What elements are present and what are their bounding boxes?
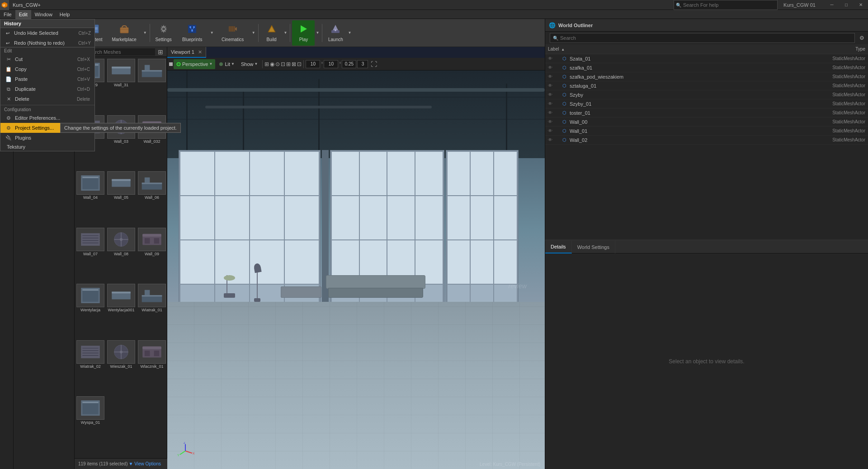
asset-item-15[interactable]: Wiatrak_02 <box>75 339 105 395</box>
lit-button[interactable]: Lit ▼ <box>216 59 237 69</box>
asset-item-5[interactable]: Wall_032 <box>137 114 167 170</box>
vp-ctrl-4[interactable]: ⊡ <box>281 61 285 67</box>
outliner-row-0[interactable]: 👁 ⬡ Szata_01 StaticMeshActor <box>545 54 868 63</box>
vp-grid-val3[interactable]: 0.25 <box>342 60 356 68</box>
cinematics-button[interactable]: Cinematics <box>215 20 251 46</box>
play-button[interactable]: Play <box>292 20 315 46</box>
perspective-button[interactable]: Perspective ▼ <box>174 59 215 69</box>
vp-grid-val1[interactable]: 10 <box>306 60 320 68</box>
duplicate-item[interactable]: ⧉ Duplicate Ctrl+D <box>0 84 94 94</box>
mesh-icon-3: ⬡ <box>562 83 570 88</box>
svg-point-19 <box>162 28 165 30</box>
actor-name-3: sztaluga_01 <box>570 83 811 89</box>
build-button[interactable]: Build <box>260 20 283 46</box>
lit-arrow[interactable]: ▼ <box>231 62 235 66</box>
asset-item-13[interactable]: Wentylacja001 <box>106 283 136 338</box>
asset-item-1[interactable]: Wall_31 <box>106 58 136 113</box>
outliner-row-3[interactable]: 👁 ⬡ sztaluga_01 StaticMeshActor <box>545 81 868 90</box>
outliner-row-5[interactable]: 👁 ⬡ Szyby_01 StaticMeshActor <box>545 99 868 108</box>
menu-help[interactable]: Help <box>56 10 74 19</box>
view-options-button[interactable]: ▼ View Options <box>129 461 164 466</box>
cinematics-arrow[interactable]: ▼ <box>251 31 256 35</box>
outliner-row-9[interactable]: 👁 ⬡ Wall_02 StaticMeshActor <box>545 136 868 145</box>
asset-item-18[interactable]: Wyspa_01 <box>75 395 105 451</box>
outliner-search-input[interactable] <box>560 35 852 41</box>
paste-item[interactable]: 📄 Paste Ctrl+V <box>0 74 94 84</box>
search-help-container[interactable]: 🔍 <box>674 0 778 10</box>
vp-ctrl-2[interactable]: ◉ <box>270 61 274 67</box>
outliner-row-1[interactable]: 👁 ⬡ szafka_01 StaticMeshActor <box>545 63 868 72</box>
vp-ctrl-6[interactable]: ⊠ <box>292 61 296 67</box>
cut-item[interactable]: ✂ Cut Ctrl+X <box>0 54 94 64</box>
asset-item-6[interactable]: Wall_04 <box>75 170 105 226</box>
search-help-input[interactable] <box>683 2 764 8</box>
outliner-row-8[interactable]: 👁 ⬡ Wall_01 StaticMeshActor <box>545 127 868 136</box>
vp-drag-handle[interactable] <box>169 62 173 66</box>
outliner-row-2[interactable]: 👁 ⬡ szafka_pod_wieszakiem StaticMeshActo… <box>545 72 868 81</box>
viewport-close-icon[interactable]: ✕ <box>198 49 202 55</box>
content-filter-button[interactable]: ⊞ <box>156 48 165 56</box>
outliner-row-7[interactable]: 👁 ⬡ Wall_00 StaticMeshActor <box>545 117 868 127</box>
maximize-button[interactable]: □ <box>839 0 854 10</box>
settings-button[interactable]: Settings <box>152 20 175 46</box>
editor-prefs-item[interactable]: ⚙ Editor Preferences... <box>0 113 94 123</box>
minimize-button[interactable]: ─ <box>825 0 839 10</box>
launch-button[interactable]: Launch <box>324 20 347 46</box>
world-settings-tab[interactable]: World Settings <box>572 241 615 253</box>
menu-window[interactable]: Window <box>31 10 56 19</box>
copy-item[interactable]: 📋 Copy Ctrl+C <box>0 64 94 74</box>
asset-name-16: Wieszak_01 <box>107 364 135 369</box>
svg-text:Y: Y <box>177 454 179 457</box>
vp-ctrl-3[interactable]: ⊙ <box>275 61 280 67</box>
copy-icon: 📋 <box>5 66 12 73</box>
asset-item-12[interactable]: Wentylacja <box>75 283 105 338</box>
marketplace-button[interactable]: Marketplace <box>106 20 142 46</box>
asset-item-16[interactable]: Wieszak_01 <box>106 339 136 395</box>
close-button[interactable]: ✕ <box>854 0 868 10</box>
build-arrow[interactable]: ▼ <box>283 31 288 35</box>
vp-ctrl-5[interactable]: ⊞ <box>286 61 291 67</box>
show-arrow[interactable]: ▼ <box>254 62 258 66</box>
viewport-tab[interactable]: Viewport 1 ✕ <box>167 47 206 58</box>
asset-item-8[interactable]: Wall_06 <box>137 170 167 226</box>
asset-item-4[interactable]: Wall_03 <box>106 114 136 170</box>
outliner-row-4[interactable]: 👁 ⬡ Szyby StaticMeshActor <box>545 90 868 99</box>
tekstury-item[interactable]: Tekstury <box>0 143 94 151</box>
vp-grid-val4[interactable]: 3 <box>357 60 368 68</box>
outliner-row-6[interactable]: 👁 ⬡ toster_01 StaticMeshActor <box>545 108 868 117</box>
asset-item-9[interactable]: Wall_07 <box>75 227 105 282</box>
marketplace-icon <box>119 24 129 36</box>
asset-item-17[interactable]: Wlacznik_01 <box>137 339 167 395</box>
marketplace-arrow[interactable]: ▼ <box>142 31 148 35</box>
asset-item-2[interactable] <box>137 58 167 113</box>
asset-item-10[interactable]: Wall_08 <box>106 227 136 282</box>
asset-thumb-14 <box>138 284 166 307</box>
vp-ctrl-7[interactable]: ⊡ <box>297 61 302 67</box>
launch-arrow[interactable]: ▼ <box>347 31 352 35</box>
details-tab-label: Details <box>551 244 566 249</box>
blueprints-arrow[interactable]: ▼ <box>209 31 215 35</box>
perspective-arrow[interactable]: ▼ <box>209 62 212 66</box>
vp-ctrl-1[interactable]: ⊞ <box>264 61 269 67</box>
col-label-sort[interactable]: ▲ <box>561 47 565 52</box>
viewport-scene: review X Y Z Level: Kurs_CGW (Persistent… <box>167 70 545 469</box>
vp-expand-button[interactable]: ⛶ <box>371 61 377 68</box>
plugins-item[interactable]: 🔌 Plugins <box>0 133 94 143</box>
play-arrow[interactable]: ▼ <box>315 19 320 47</box>
outliner-search-bar[interactable]: 🔍 <box>550 33 855 43</box>
menu-file[interactable]: File <box>0 10 15 19</box>
outliner-options-button[interactable]: ⚙ <box>858 34 866 42</box>
col-type-text: Type <box>855 47 865 52</box>
asset-thumb-13 <box>107 284 135 307</box>
show-button[interactable]: Show ▼ <box>238 59 260 69</box>
redo-item[interactable]: ↩ Redo (Nothing to redo) Ctrl+Y <box>0 38 94 48</box>
delete-item[interactable]: ✕ Delete Delete <box>0 94 94 104</box>
asset-item-7[interactable]: Wall_05 <box>106 170 136 226</box>
asset-item-14[interactable]: Wiatrak_01 <box>137 283 167 338</box>
blueprints-button[interactable]: Blueprints <box>175 20 209 46</box>
details-tab[interactable]: Details <box>545 241 572 253</box>
menu-edit[interactable]: Edit <box>15 10 31 19</box>
vp-grid-val2[interactable]: 10 <box>324 60 338 68</box>
asset-item-11[interactable]: Wall_09 <box>137 227 167 282</box>
undo-hide-selected[interactable]: ↩ Undo Hide Selected Ctrl+Z <box>0 28 94 38</box>
